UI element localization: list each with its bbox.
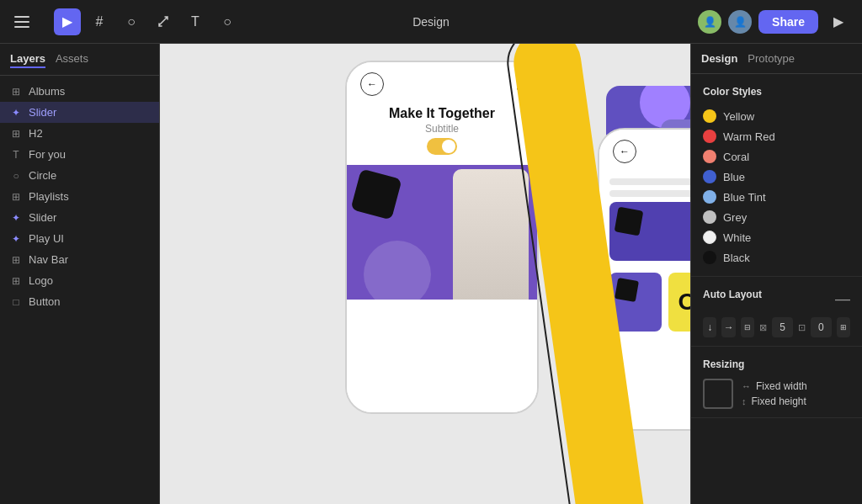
ellipse-icon: ○ <box>10 170 22 182</box>
layout-align[interactable]: ⊟ <box>741 317 754 337</box>
layer-circle[interactable]: ○ Circle <box>0 165 159 186</box>
media-card: ▶ <box>609 202 690 261</box>
pen-tool[interactable] <box>150 8 177 35</box>
phone-inner-2: ← ♪ ▶ Op <box>599 130 690 429</box>
avatar-2: 👤 <box>728 10 752 34</box>
layer-h2[interactable]: ⊞ H2 <box>0 123 159 144</box>
layer-slider-1[interactable]: ✦ Slider <box>0 102 159 123</box>
fixed-height-option[interactable]: ↕ Fixed height <box>742 395 807 407</box>
design-tab[interactable]: Design <box>701 50 737 66</box>
phone-header-1: ← ♪ <box>347 62 537 106</box>
panel-tabs: Layers Assets <box>0 44 159 76</box>
menu-button[interactable] <box>0 13 44 31</box>
frame-tool[interactable]: # <box>86 8 113 35</box>
warm-red-swatch <box>703 130 716 143</box>
toolbar: ▶ # ○ T ○ <box>44 8 688 35</box>
content-bar-1 <box>609 178 690 185</box>
color-warm-red[interactable]: Warm Red <box>703 126 850 146</box>
right-panel: Design Prototype Color Styles Yellow War… <box>690 44 862 504</box>
layer-logo[interactable]: ⊞ Logo <box>0 270 159 291</box>
color-blue-tint[interactable]: Blue Tint <box>703 187 850 207</box>
assets-tab[interactable]: Assets <box>56 50 88 68</box>
comment-tool[interactable]: ○ <box>214 8 241 35</box>
blue-swatch <box>703 170 716 183</box>
layout-padding[interactable]: 0 <box>811 317 832 337</box>
back-button-2[interactable]: ← <box>613 140 636 163</box>
coral-swatch <box>703 150 716 163</box>
color-grey[interactable]: Grey <box>703 207 850 227</box>
layout-wrap[interactable]: → <box>721 317 735 337</box>
white-swatch <box>703 231 716 244</box>
phone-title-1: Make It Together <box>360 106 524 121</box>
layers-list: ⊞ Albums ✦ Slider ⊞ H2 T For you ○ Circl… <box>0 76 159 504</box>
left-panel: Layers Assets ⊞ Albums ✦ Slider ⊞ H2 T F… <box>0 44 160 504</box>
share-button[interactable]: Share <box>758 10 818 34</box>
phone-album-art-1 <box>347 165 537 300</box>
black-swatch <box>703 251 716 264</box>
frame-icon-5: ⊞ <box>10 275 22 287</box>
resizing-title: Resizing <box>703 358 850 370</box>
phone-inner-1: ← ♪ Make It Together Subtitle <box>347 62 537 412</box>
album-shape <box>615 207 644 236</box>
color-styles-title: Color Styles <box>703 86 850 98</box>
layer-play-ui[interactable]: ✦ Play UI <box>0 228 159 249</box>
component-icon-2: ✦ <box>10 212 22 224</box>
color-yellow[interactable]: Yellow <box>703 106 850 126</box>
phone-header-2: ← ♪ <box>599 130 690 173</box>
layout-direction-down[interactable]: ↓ <box>703 317 716 337</box>
toggle-dot-1 <box>442 140 455 153</box>
document-title: Design <box>412 15 450 29</box>
present-button[interactable]: ▶ <box>825 8 852 35</box>
fixed-width-icon: ↔ <box>742 381 751 391</box>
layer-playlists[interactable]: ⊞ Playlists <box>0 186 159 207</box>
fixed-height-icon: ↕ <box>742 396 747 406</box>
mini-text-card-1: Op <box>668 273 690 332</box>
auto-layout-title: Auto Layout <box>703 289 762 300</box>
mini-card-1 <box>609 273 662 332</box>
fixed-width-option[interactable]: ↔ Fixed width <box>742 380 807 392</box>
frame-icon: ⊞ <box>10 86 22 98</box>
ellipse-tool[interactable]: ○ <box>118 8 145 35</box>
component-icon-3: ✦ <box>10 233 22 245</box>
auto-layout-header: Auto Layout — <box>703 289 850 309</box>
move-tool[interactable]: ▶ <box>54 8 81 35</box>
topbar-right: 👤 👤 Share ▶ <box>688 8 862 35</box>
color-white[interactable]: White <box>703 227 850 247</box>
frame-icon-2: ⊞ <box>10 128 22 140</box>
mini-cards-row: Op ◎ <box>599 266 690 338</box>
auto-layout-section: Auto Layout — ↓ → ⊟ ⊠ 5 ⊡ 0 ⊞ <box>691 277 862 347</box>
component-icon: ✦ <box>10 107 22 119</box>
avatar-1: 👤 <box>698 10 721 34</box>
prototype-tab[interactable]: Prototype <box>748 50 795 66</box>
layer-for-you[interactable]: T For you <box>0 144 159 165</box>
layer-nav-bar[interactable]: ⊞ Nav Bar <box>0 249 159 270</box>
color-blue[interactable]: Blue <box>703 167 850 187</box>
color-styles-section: Color Styles Yellow Warm Red Coral Blue … <box>691 74 862 277</box>
grey-swatch <box>703 210 716 224</box>
layout-spacing[interactable]: 5 <box>772 317 793 337</box>
hamburger-icon <box>11 13 33 31</box>
blue-tint-swatch <box>703 190 716 204</box>
layer-button[interactable]: □ Button <box>0 291 159 312</box>
right-tabs: Design Prototype <box>691 44 862 74</box>
content-bar-2 <box>609 190 690 197</box>
resize-preview-box <box>703 379 733 409</box>
auto-layout-controls: ↓ → ⊟ ⊠ 5 ⊡ 0 ⊞ <box>703 317 850 337</box>
text-tool[interactable]: T <box>182 8 209 35</box>
auto-layout-remove[interactable]: — <box>835 291 850 306</box>
layers-tab[interactable]: Layers <box>10 50 45 68</box>
phone-content-1: Make It Together Subtitle <box>347 106 537 155</box>
layer-albums[interactable]: ⊞ Albums <box>0 81 159 102</box>
yellow-swatch <box>703 109 716 123</box>
color-coral[interactable]: Coral <box>703 146 850 167</box>
layout-grid[interactable]: ⊞ <box>837 317 850 337</box>
phone-mockup-1: ← ♪ Make It Together Subtitle <box>345 61 539 414</box>
layer-slider-2[interactable]: ✦ Slider <box>0 207 159 228</box>
rect-icon: □ <box>10 296 22 308</box>
toggle-1[interactable] <box>427 138 457 155</box>
back-button-1[interactable]: ← <box>360 72 384 96</box>
canvas[interactable]: ★ Headline ★ ⏮ NEW! ✦ ← ♪ Make It Togeth… <box>160 44 690 504</box>
text-icon: T <box>10 149 22 161</box>
main-layout: Layers Assets ⊞ Albums ✦ Slider ⊞ H2 T F… <box>0 44 862 504</box>
color-black[interactable]: Black <box>703 247 850 268</box>
